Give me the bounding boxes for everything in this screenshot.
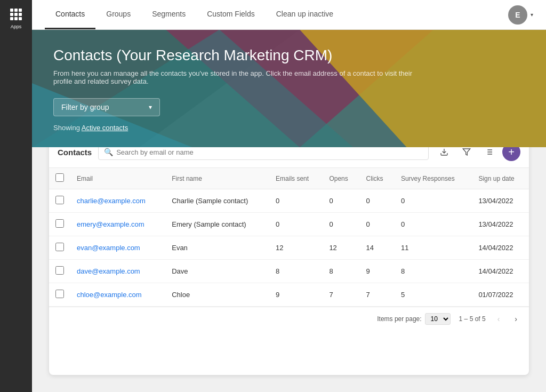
row-sign-up-date-0: 13/04/2022 bbox=[472, 189, 529, 213]
table-toolbar: Contacts 🔍 bbox=[49, 147, 529, 168]
row-first-name-0: Charlie (Sample contact) bbox=[165, 189, 269, 213]
row-survey-responses-4: 5 bbox=[395, 283, 472, 307]
row-clicks-2: 14 bbox=[360, 236, 395, 260]
row-clicks-1: 0 bbox=[360, 213, 395, 236]
tab-custom-fields[interactable]: Custom Fields bbox=[196, 0, 265, 29]
toolbar-actions: + bbox=[435, 147, 520, 161]
svg-marker-7 bbox=[463, 149, 470, 155]
header-first-name: First name bbox=[165, 168, 269, 189]
sort-button[interactable] bbox=[480, 147, 498, 161]
select-all-checkbox[interactable] bbox=[55, 173, 64, 182]
email-link-3[interactable]: dave@example.com bbox=[77, 267, 140, 275]
row-checkbox-3[interactable] bbox=[55, 266, 64, 275]
filter-by-group-dropdown[interactable]: Filter by group ▾ bbox=[53, 98, 160, 116]
row-first-name-2: Evan bbox=[165, 236, 269, 260]
row-opens-4: 7 bbox=[323, 283, 359, 307]
apps-nav-button[interactable]: Apps bbox=[10, 9, 22, 29]
row-checkbox-1[interactable] bbox=[55, 219, 64, 228]
prev-page-button[interactable]: ‹ bbox=[494, 313, 503, 325]
search-input[interactable] bbox=[116, 148, 423, 156]
hero-content: Contacts (Your Research Marketing CRM) F… bbox=[53, 47, 525, 132]
row-checkbox-cell bbox=[49, 189, 70, 213]
tab-segments[interactable]: Segments bbox=[141, 0, 196, 29]
page-info: 1 – 5 of 5 bbox=[459, 315, 486, 323]
filter-chevron-icon: ▾ bbox=[149, 103, 152, 111]
row-survey-responses-0: 0 bbox=[395, 189, 472, 213]
contacts-table-section: Contacts 🔍 bbox=[49, 147, 529, 375]
email-link-4[interactable]: chloe@example.com bbox=[77, 291, 142, 299]
row-first-name-3: Dave bbox=[165, 260, 269, 283]
next-page-button[interactable]: › bbox=[511, 313, 520, 325]
row-survey-responses-3: 8 bbox=[395, 260, 472, 283]
items-per-page-label: Items per page: bbox=[377, 315, 421, 323]
items-per-page: Items per page: 10 25 50 bbox=[377, 313, 450, 325]
row-checkbox-4[interactable] bbox=[55, 290, 64, 298]
row-checkbox-0[interactable] bbox=[55, 196, 64, 204]
row-survey-responses-2: 11 bbox=[395, 236, 472, 260]
header-emails-sent: Emails sent bbox=[269, 168, 323, 189]
header-sign-up-date: Sign up date bbox=[472, 168, 529, 189]
apps-label: Apps bbox=[11, 24, 22, 29]
row-emails-sent-1: 0 bbox=[269, 213, 323, 236]
row-checkbox-2[interactable] bbox=[55, 243, 64, 251]
page-description: From here you can manage all the contact… bbox=[53, 69, 427, 85]
hero-section: Contacts (Your Research Marketing CRM) F… bbox=[32, 30, 546, 147]
tab-groups[interactable]: Groups bbox=[95, 0, 141, 29]
tab-clean-up[interactable]: Clean up inactive bbox=[266, 0, 344, 29]
active-contacts-link[interactable]: Active contacts bbox=[82, 124, 128, 132]
header-checkbox-cell bbox=[49, 168, 70, 189]
sidebar: Apps bbox=[0, 0, 32, 392]
row-clicks-4: 7 bbox=[360, 283, 395, 307]
table-row: chloe@example.com Chloe 9 7 7 5 01/07/20… bbox=[49, 283, 529, 307]
user-dropdown-arrow[interactable]: ▾ bbox=[531, 12, 533, 18]
row-survey-responses-1: 0 bbox=[395, 213, 472, 236]
row-emails-sent-2: 12 bbox=[269, 236, 323, 260]
page-title: Contacts (Your Research Marketing CRM) bbox=[53, 47, 525, 64]
main-content: Contacts Groups Segments Custom Fields C… bbox=[32, 0, 546, 392]
row-sign-up-date-2: 14/04/2022 bbox=[472, 236, 529, 260]
header-email: Email bbox=[70, 168, 165, 189]
row-emails-sent-4: 9 bbox=[269, 283, 323, 307]
email-link-1[interactable]: emery@example.com bbox=[77, 220, 144, 228]
row-checkbox-cell bbox=[49, 260, 70, 283]
row-clicks-0: 0 bbox=[360, 189, 395, 213]
showing-text: Showing Active contacts bbox=[53, 124, 525, 132]
row-email-3: dave@example.com bbox=[70, 260, 165, 283]
row-emails-sent-3: 8 bbox=[269, 260, 323, 283]
row-sign-up-date-3: 14/04/2022 bbox=[472, 260, 529, 283]
user-avatar[interactable]: E bbox=[508, 5, 527, 25]
search-box[interactable]: 🔍 bbox=[98, 147, 429, 160]
row-first-name-1: Emery (Sample contact) bbox=[165, 213, 269, 236]
email-link-2[interactable]: evan@example.com bbox=[77, 244, 140, 252]
table-title: Contacts bbox=[58, 148, 92, 157]
row-checkbox-cell bbox=[49, 236, 70, 260]
row-email-2: evan@example.com bbox=[70, 236, 165, 260]
row-opens-1: 0 bbox=[323, 213, 359, 236]
email-link-0[interactable]: charlie@example.com bbox=[77, 197, 146, 205]
row-opens-2: 12 bbox=[323, 236, 359, 260]
user-area: E ▾ bbox=[508, 5, 533, 25]
row-checkbox-cell bbox=[49, 213, 70, 236]
row-sign-up-date-1: 13/04/2022 bbox=[472, 213, 529, 236]
table-row: evan@example.com Evan 12 12 14 11 14/04/… bbox=[49, 236, 529, 260]
row-opens-3: 8 bbox=[323, 260, 359, 283]
items-per-page-select[interactable]: 10 25 50 bbox=[425, 313, 451, 325]
tab-contacts[interactable]: Contacts bbox=[45, 0, 95, 29]
apps-grid-icon bbox=[10, 9, 22, 20]
table-row: dave@example.com Dave 8 8 9 8 14/04/2022 bbox=[49, 260, 529, 283]
download-button[interactable] bbox=[435, 147, 453, 161]
row-first-name-4: Chloe bbox=[165, 283, 269, 307]
filter-button[interactable] bbox=[457, 147, 476, 161]
contacts-table: Email First name Emails sent Opens Click… bbox=[49, 168, 529, 307]
header-clicks: Clicks bbox=[360, 168, 395, 189]
pagination: Items per page: 10 25 50 1 – 5 of 5 ‹ › bbox=[49, 307, 529, 331]
header-opens: Opens bbox=[323, 168, 359, 189]
add-contact-button[interactable]: + bbox=[502, 147, 520, 161]
header-survey-responses: Survey Responses bbox=[395, 168, 472, 189]
row-sign-up-date-4: 01/07/2022 bbox=[472, 283, 529, 307]
row-email-4: chloe@example.com bbox=[70, 283, 165, 307]
table-header-row: Email First name Emails sent Opens Click… bbox=[49, 168, 529, 189]
row-opens-0: 0 bbox=[323, 189, 359, 213]
top-navigation: Contacts Groups Segments Custom Fields C… bbox=[32, 0, 546, 30]
table-row: emery@example.com Emery (Sample contact)… bbox=[49, 213, 529, 236]
